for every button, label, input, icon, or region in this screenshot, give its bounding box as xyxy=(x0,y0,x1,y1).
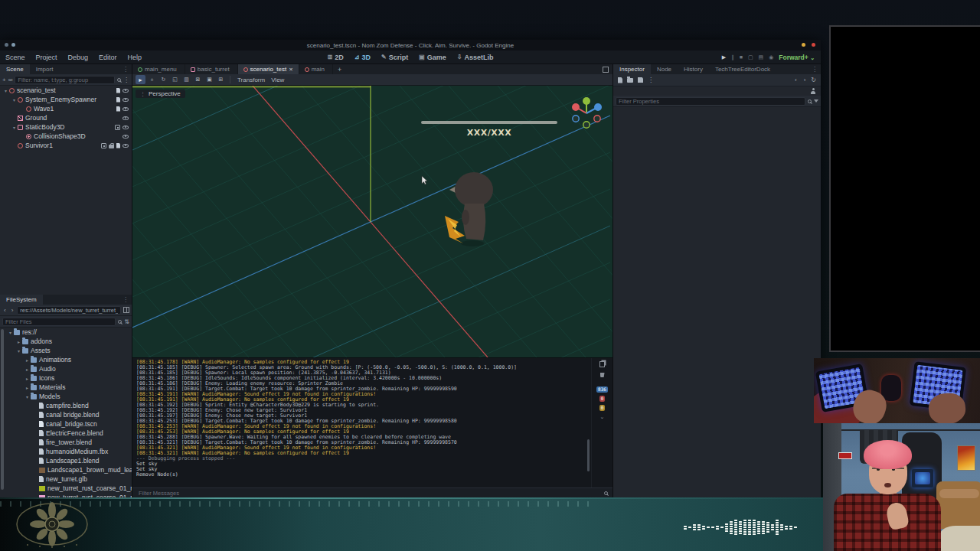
expand-arrow-icon[interactable]: ▾ xyxy=(7,330,14,335)
save-resource-icon[interactable] xyxy=(638,77,643,83)
add-node-button[interactable]: + xyxy=(2,77,6,83)
eye-icon[interactable] xyxy=(122,144,129,148)
history-forward-button[interactable]: › xyxy=(802,77,808,83)
file-row[interactable]: ▸ Audio xyxy=(5,364,132,373)
expand-arrow-icon[interactable]: ▾ xyxy=(11,97,18,103)
expand-arrow-icon[interactable]: ▾ xyxy=(2,88,9,93)
new-scene-tab-button[interactable]: + xyxy=(333,66,346,73)
view-menu[interactable]: View xyxy=(268,77,287,83)
distraction-free-icon[interactable] xyxy=(603,67,609,73)
viewport-3d[interactable]: ⋮ Perspective XXX/XXX xyxy=(132,86,612,357)
menu-editor[interactable]: Editor xyxy=(93,54,122,61)
expand-arrow-icon[interactable]: ▸ xyxy=(24,357,31,363)
filesystem-scrollbar[interactable] xyxy=(1,329,4,490)
play-button[interactable]: ▶ xyxy=(722,54,726,60)
stop-button[interactable]: ■ xyxy=(740,54,743,60)
tab-filesystem[interactable]: FileSystem xyxy=(0,295,43,305)
scene-filter-options-icon[interactable]: ⋮ xyxy=(123,77,129,83)
script-icon[interactable] xyxy=(116,143,120,148)
scene-tree-row[interactable]: Survivor1 xyxy=(0,141,132,150)
tab-techtree-editor-dock[interactable]: TechTreeEditorDock xyxy=(709,64,776,74)
errors-count-badge[interactable]: 0 xyxy=(599,396,606,402)
view-gizmo[interactable] xyxy=(568,93,605,130)
collapse-icon[interactable]: ⌄ xyxy=(600,414,605,420)
expand-arrow-icon[interactable]: ▸ xyxy=(24,376,31,381)
scene-tree-row[interactable]: ▾ System_EnemySpawner xyxy=(0,95,132,104)
scene-tree-row[interactable]: Wave1 xyxy=(0,104,132,113)
new-resource-icon[interactable] xyxy=(618,77,622,83)
play-scene-button[interactable]: ▤ xyxy=(759,54,764,60)
select-tool-button[interactable]: ► xyxy=(136,75,145,84)
history-back-button[interactable]: ‹ xyxy=(793,77,799,83)
rotate-tool-button[interactable]: ↻ xyxy=(158,75,168,84)
sort-files-icon[interactable]: ⇅ xyxy=(124,318,129,325)
instance-scene-button[interactable]: ∞ xyxy=(8,77,13,83)
script-icon[interactable] xyxy=(116,97,120,103)
move-tool-button[interactable]: + xyxy=(147,75,157,84)
file-row[interactable]: ▾ res:// xyxy=(5,328,132,337)
eye-icon[interactable] xyxy=(122,89,129,93)
warnings-count-badge[interactable]: 0 xyxy=(599,405,606,411)
expand-arrow-icon[interactable]: ▸ xyxy=(24,367,31,372)
file-row[interactable]: ▸ Animations xyxy=(5,355,132,364)
filesystem-path-field[interactable] xyxy=(17,306,121,315)
eye-icon[interactable] xyxy=(122,107,129,111)
tab-inspector[interactable]: Inspector xyxy=(613,64,651,74)
eye-icon[interactable] xyxy=(122,98,129,102)
zombie-character-model[interactable] xyxy=(440,170,498,246)
file-row[interactable]: ▾ Assets xyxy=(5,346,132,355)
bag-icon[interactable] xyxy=(109,145,114,148)
group-button[interactable]: ▣ xyxy=(204,75,214,84)
switch-game-button[interactable]: ▣ Game xyxy=(419,54,446,61)
menu-project[interactable]: Project xyxy=(31,54,63,61)
script-icon[interactable] xyxy=(116,88,120,93)
tab-scene[interactable]: Scene xyxy=(0,64,30,74)
eye-icon[interactable] xyxy=(122,116,129,120)
traffic-light-minimize-icon[interactable] xyxy=(11,43,15,47)
file-row[interactable]: campfire.blend xyxy=(5,401,132,410)
eye-icon[interactable] xyxy=(122,135,129,139)
lock-button[interactable]: ⊠ xyxy=(193,75,203,84)
pause-button[interactable]: ∥ xyxy=(731,54,734,60)
close-icon[interactable]: ✕ xyxy=(289,67,292,73)
resource-options-icon[interactable]: ⋮ xyxy=(648,77,654,83)
switch-assetlib-button[interactable]: ⇩ AssetLib xyxy=(457,54,494,61)
scene-tab-scenario-test[interactable]: scenario_test ✕ xyxy=(238,64,299,74)
menu-scene[interactable]: Scene xyxy=(0,54,31,61)
perspective-button[interactable]: ⋮ Perspective xyxy=(136,90,185,98)
messages-count-badge[interactable]: 836 xyxy=(596,386,608,393)
file-row[interactable]: ElectricFence.blend xyxy=(5,429,132,438)
switch-3d-button[interactable]: ⊿ 3D xyxy=(354,54,371,61)
expand-arrow-icon[interactable]: ▾ xyxy=(24,394,31,399)
dock-options-icon[interactable]: ⋮ xyxy=(122,296,129,303)
file-row[interactable]: Landscape1_brown_mud_leaves_01_diff_4... xyxy=(5,465,132,474)
file-row[interactable]: ▸ Materials xyxy=(5,383,132,392)
file-row[interactable]: canal bridge.blend xyxy=(5,410,132,419)
eye-icon[interactable] xyxy=(122,126,129,129)
file-row[interactable]: ▸ Icons xyxy=(5,373,132,383)
file-row[interactable]: ▾ Models xyxy=(5,392,132,401)
transform-menu[interactable]: Transform xyxy=(234,77,268,83)
tab-import[interactable]: Import xyxy=(30,64,60,74)
split-view-icon[interactable] xyxy=(123,307,129,313)
file-row[interactable]: humanoidMedium.fbx xyxy=(5,447,132,456)
load-resource-icon[interactable] xyxy=(627,78,633,83)
renderer-selector[interactable]: Forward+ ⌄ xyxy=(779,54,815,61)
tab-node[interactable]: Node xyxy=(651,64,678,74)
dock-options-icon[interactable]: ⋮ xyxy=(122,66,129,73)
filter-messages-input[interactable] xyxy=(137,489,600,497)
menu-help[interactable]: Help xyxy=(122,54,148,61)
scale-tool-button[interactable]: ◱ xyxy=(170,75,180,84)
expand-arrow-icon[interactable]: ▸ xyxy=(24,385,31,390)
output-scrollbar[interactable] xyxy=(587,439,590,471)
file-filter-input[interactable] xyxy=(2,318,116,326)
filter-properties-input[interactable] xyxy=(616,97,805,106)
scene-tree-row[interactable]: CollisionShape3D xyxy=(0,132,132,141)
reload-icon[interactable]: ↻ xyxy=(811,77,816,83)
boxed-icon[interactable] xyxy=(115,125,120,130)
ruler-button[interactable]: ▥ xyxy=(181,75,191,84)
output-log[interactable]: [08:31:45.178] [WARN] AudioManager: No s… xyxy=(132,358,591,487)
scene-tree-row[interactable]: ▾ scenario_test xyxy=(0,86,132,95)
expand-arrow-icon[interactable]: ▾ xyxy=(15,348,22,354)
scene-tab-main[interactable]: main xyxy=(299,64,333,74)
